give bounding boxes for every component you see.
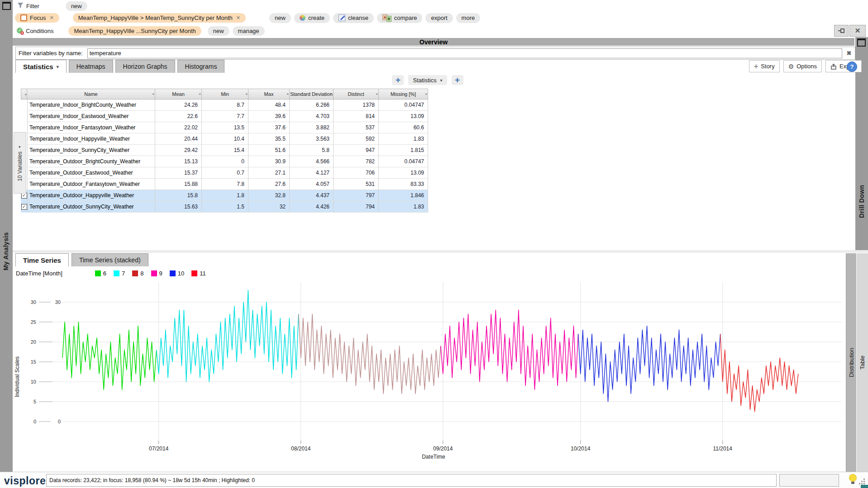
variable-name-cell: Temperature_Outdoor_Eastwood_Weather: [27, 167, 155, 179]
sort-arrow-icon[interactable]: ◂: [245, 92, 247, 96]
view-type-dropdown[interactable]: Statistics ▾: [408, 75, 447, 85]
table-row[interactable]: Temperature_Outdoor_BrightCounty_Weather…: [21, 156, 428, 167]
legend-swatch: [95, 270, 101, 276]
add-view-left-button[interactable]: +: [392, 75, 404, 85]
legend-item-month-11[interactable]: 11: [191, 270, 206, 277]
tab-heatmaps[interactable]: Heatmaps: [69, 60, 113, 73]
sort-arrow-icon[interactable]: ◂: [376, 92, 377, 96]
focus-selection-chip[interactable]: MeanTemp_HappyVille > MeanTemp_SunnyCity…: [73, 13, 246, 23]
stat-value-cell: 0.7: [202, 167, 248, 179]
new-button[interactable]: new: [208, 26, 229, 36]
options-button[interactable]: ⚙Options: [783, 60, 822, 72]
variable-name-cell: Temperature_Indoor_SunnyCity_Weather: [27, 145, 155, 156]
stat-value-cell: 30.9: [248, 156, 290, 167]
focus-mode-chip[interactable]: Focus ✕: [15, 13, 59, 23]
col-header-name[interactable]: Name◂: [27, 89, 155, 99]
col-header-distinct[interactable]: Distinct◂: [334, 89, 379, 99]
row-select-header[interactable]: ◂: [21, 89, 27, 99]
stat-value-cell: 15.88: [155, 179, 202, 190]
close-icon[interactable]: ✕: [236, 15, 240, 21]
manage-button[interactable]: manage: [233, 26, 265, 36]
legend-item-month-7[interactable]: 7: [114, 270, 125, 277]
pin-icon[interactable]: [834, 25, 849, 37]
stat-value-cell: 15.37: [155, 167, 202, 179]
col-header-max[interactable]: Max◂: [248, 89, 290, 99]
tab-horizon-graphs[interactable]: Horizon Graphs: [115, 60, 175, 73]
timeseries-chart[interactable]: 05101520253003007/201408/201409/201410/2…: [13, 280, 845, 461]
table-row[interactable]: Temperature_Indoor_BrightCounty_Weather2…: [21, 99, 428, 111]
legend-item-month-6[interactable]: 6: [95, 270, 106, 277]
variables-count-tab[interactable]: ▸ 10 Variables: [14, 132, 26, 194]
overview-title-bar: Overview: [13, 38, 854, 46]
table-row[interactable]: Temperature_Indoor_Fantasytown_Weather22…: [21, 122, 428, 133]
variable-name-cell: Temperature_Outdoor_Happyville_Weather: [27, 190, 155, 201]
help-icon[interactable]: ?: [847, 62, 857, 72]
col-header-mean[interactable]: Mean◂: [155, 89, 202, 99]
expand-arrow-icon[interactable]: ▸: [19, 144, 21, 149]
variable-name-cell: Temperature_Indoor_Fantasytown_Weather: [27, 122, 155, 133]
tab-time-series[interactable]: Time Series: [15, 253, 69, 266]
svg-text:10: 10: [31, 379, 36, 384]
stat-value-cell: 3.882: [290, 122, 334, 133]
col-header-min[interactable]: Min◂: [202, 89, 248, 99]
legend-item-month-8[interactable]: 8: [132, 270, 143, 277]
variable-filter-row: Filter variables by name: ✖: [15, 47, 855, 60]
create-button[interactable]: create: [294, 13, 330, 23]
tab-time-series-stacked[interactable]: Time Series (stacked): [72, 253, 148, 266]
sidebar-label-drill-down[interactable]: Drill Down: [858, 146, 865, 218]
sort-arrow-icon[interactable]: ◂: [425, 92, 427, 96]
stat-value-cell: 537: [334, 122, 379, 133]
restore-window-icon[interactable]: [2, 2, 11, 10]
row-checkbox[interactable]: ✓: [21, 204, 27, 210]
sort-arrow-icon[interactable]: ◂: [199, 92, 200, 96]
table-row[interactable]: ✓Temperature_Outdoor_Happyville_Weather1…: [21, 190, 428, 201]
stat-value-cell: 4.426: [290, 201, 334, 213]
stat-value-cell: 29.42: [155, 145, 202, 156]
legend-swatch: [170, 270, 176, 276]
stat-value-cell: 22.02: [155, 122, 202, 133]
conditions-chip[interactable]: MeanTemp_HappyVille ...SunnyCity per Mon…: [68, 26, 201, 36]
legend-item-month-10[interactable]: 10: [170, 270, 184, 277]
plus-icon: +: [754, 64, 758, 69]
table-row[interactable]: Temperature_Indoor_SunnyCity_Weather29.4…: [21, 145, 428, 156]
clear-filter-icon[interactable]: ✖: [845, 49, 853, 57]
new-button[interactable]: new: [269, 13, 291, 23]
new-button[interactable]: new: [66, 1, 87, 11]
table-row[interactable]: Temperature_Outdoor_Eastwood_Weather15.3…: [21, 167, 428, 179]
tab-histograms[interactable]: Histograms: [177, 60, 225, 73]
svg-text:15: 15: [31, 359, 36, 365]
table-row[interactable]: Temperature_Outdoor_Fantasytown_Weather1…: [21, 179, 428, 190]
sort-arrow-icon[interactable]: ◂: [330, 92, 332, 96]
table-row[interactable]: Temperature_Indoor_Eastwood_Weather22.67…: [21, 111, 428, 122]
sidebar-label-my-analysis[interactable]: My Analysis: [2, 216, 10, 270]
lightbulb-icon[interactable]: [849, 474, 856, 485]
col-header-standard-deviation[interactable]: Standard Deviation◂: [290, 89, 334, 99]
table-row[interactable]: Temperature_Indoor_Happyville_Weather20.…: [21, 133, 428, 145]
resize-grip[interactable]: [859, 479, 865, 485]
cleanse-button[interactable]: cleanse: [333, 13, 374, 23]
export-button[interactable]: export: [425, 13, 453, 23]
status-text: Data records: 23,422; in focus: 18,958 (…: [49, 477, 255, 483]
close-icon[interactable]: ✕: [849, 25, 866, 37]
tab-statistics[interactable]: Statistics▾: [15, 60, 67, 73]
table-row[interactable]: ✓Temperature_Outdoor_SunnyCity_Weather15…: [21, 201, 428, 213]
stat-value-cell: 51.6: [248, 145, 290, 156]
filter-variables-input[interactable]: [87, 48, 842, 58]
more-button[interactable]: more: [456, 13, 481, 23]
add-view-right-button[interactable]: +: [452, 75, 463, 85]
close-icon[interactable]: ✕: [49, 15, 53, 21]
sort-arrow-icon[interactable]: ◂: [286, 92, 288, 96]
legend-item-month-9[interactable]: 9: [151, 270, 162, 277]
maximize-panel-icon[interactable]: [857, 38, 866, 47]
timeseries-chart-area[interactable]: 05101520253003007/201408/201409/201410/2…: [13, 280, 845, 461]
stat-value-cell: 32: [248, 201, 290, 213]
panel-tab-distribution[interactable]: Distribution: [846, 253, 856, 472]
svg-text:0: 0: [58, 419, 61, 424]
panel-tab-table[interactable]: Table: [857, 253, 868, 472]
col-header-missing[interactable]: Missing [%]◂: [379, 89, 428, 99]
compare-button[interactable]: ABcompare: [377, 13, 423, 23]
status-message-box: Data records: 23,422; in focus: 18,958 (…: [46, 474, 777, 487]
sort-arrow-icon[interactable]: ◂: [152, 92, 154, 96]
svg-text:11/2014: 11/2014: [713, 445, 732, 452]
story-button[interactable]: +Story: [749, 60, 780, 72]
